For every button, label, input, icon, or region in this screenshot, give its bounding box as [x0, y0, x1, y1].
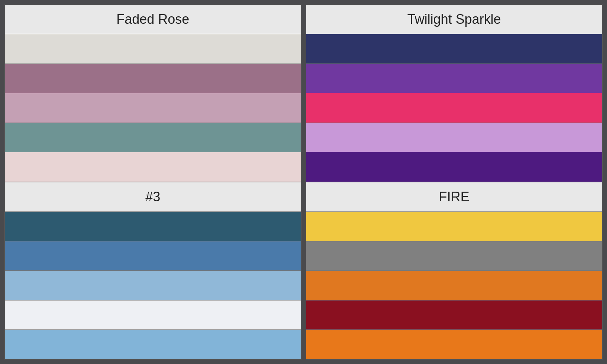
swatch-ts-2 — [306, 64, 603, 94]
swatch-fr-9 — [5, 300, 301, 330]
swatch-ts-7 — [306, 241, 603, 271]
palette-title-twilight-sparkle: Twilight Sparkle — [306, 5, 603, 34]
swatch-fr-5 — [5, 152, 301, 182]
palette-title-fire: FIRE — [306, 182, 603, 212]
main-container: Faded Rose #3 Twilight Sparkle FIRE — [0, 0, 607, 364]
swatch-fr-7 — [5, 241, 301, 271]
swatch-ts-10 — [306, 330, 603, 359]
palette-title-3: #3 — [5, 182, 301, 212]
swatch-ts-1 — [306, 34, 603, 64]
swatch-ts-5 — [306, 152, 603, 182]
palette-card-twilight-sparkle: Twilight Sparkle FIRE — [306, 4, 603, 360]
swatch-fr-2 — [5, 64, 301, 94]
swatch-ts-6 — [306, 212, 603, 241]
swatch-fr-3 — [5, 93, 301, 123]
swatch-fr-10 — [5, 330, 301, 359]
swatch-fr-8 — [5, 271, 301, 300]
swatch-ts-3 — [306, 93, 603, 123]
swatch-ts-9 — [306, 300, 603, 330]
swatch-ts-8 — [306, 271, 603, 300]
swatch-fr-4 — [5, 123, 301, 153]
swatch-ts-4 — [306, 123, 603, 153]
swatch-fr-6 — [5, 212, 301, 241]
palette-title-faded-rose: Faded Rose — [5, 5, 301, 34]
swatch-fr-1 — [5, 34, 301, 64]
palette-card-faded-rose: Faded Rose #3 — [4, 4, 301, 360]
